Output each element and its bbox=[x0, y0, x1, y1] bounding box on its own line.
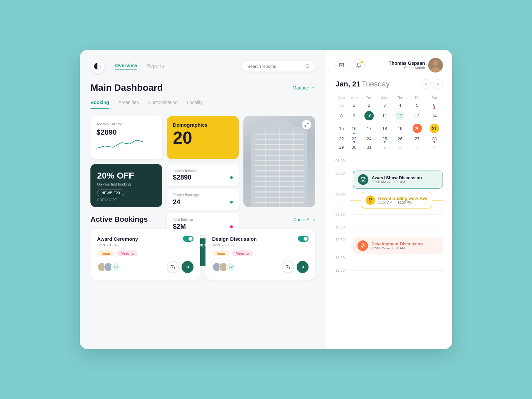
cal-day-27[interactable]: 27 bbox=[409, 135, 426, 143]
user-info: Thomas Gepsan Super Admin bbox=[389, 58, 443, 72]
edit-btn-1[interactable] bbox=[167, 261, 179, 273]
promo-subtitle: On your first booking bbox=[97, 182, 156, 186]
trophy-icon bbox=[360, 177, 366, 182]
cal-day-22[interactable]: 22 bbox=[335, 135, 347, 143]
cal-day-17[interactable]: 17 bbox=[360, 122, 378, 135]
arrow-btn-2[interactable] bbox=[297, 261, 309, 273]
nav-reports[interactable]: Reports bbox=[147, 63, 164, 70]
cal-day-14[interactable]: 14 bbox=[426, 109, 443, 122]
cal-day-2[interactable]: 2 bbox=[360, 101, 378, 109]
tab-locality[interactable]: Locality bbox=[187, 100, 202, 109]
tab-customization[interactable]: Customization bbox=[148, 100, 178, 109]
stats-grid: Today's Earning $2890 Demographics 20 bbox=[90, 116, 315, 207]
dev-event-time: 12:00 PM — 03:30 AM bbox=[371, 246, 423, 250]
cal-day-13[interactable]: 13 bbox=[409, 109, 426, 122]
booking-avatars-2: +2 bbox=[212, 262, 235, 272]
cal-day-18[interactable]: 18 bbox=[378, 122, 391, 135]
calendar-grid: Sun Mon Tue Wed Thu Fri Sat 31 1 2 3 4 5 bbox=[335, 94, 443, 151]
cal-day-9[interactable]: 9 bbox=[347, 109, 360, 122]
cal-day-25[interactable]: 25 bbox=[378, 135, 391, 143]
search-icon bbox=[305, 64, 310, 69]
cal-day-1-next[interactable]: 1 bbox=[378, 143, 391, 151]
bell-btn[interactable] bbox=[353, 59, 365, 71]
tab-amenities[interactable]: Amenities bbox=[118, 100, 139, 109]
cal-day-28[interactable]: 28 bbox=[426, 135, 443, 143]
booking-toggle-1[interactable] bbox=[183, 236, 194, 242]
time-1130: 11:30 bbox=[335, 268, 350, 272]
earning-card: Today's Earning $2890 bbox=[90, 116, 162, 159]
event-award[interactable]: Award Show Discussion 09:00 AM — 10:00 A… bbox=[353, 171, 443, 189]
booking-toggle-2[interactable] bbox=[298, 236, 309, 242]
cal-header-fri: Fri bbox=[409, 94, 426, 101]
cal-day-31-prev[interactable]: 31 bbox=[335, 101, 347, 109]
time-slot-1130: 11:30 bbox=[335, 268, 443, 280]
svg-rect-20 bbox=[339, 64, 343, 67]
nav-overview[interactable]: Overview bbox=[115, 63, 137, 70]
booking-card-1: Award Ceremony 12:30 - 15:45 Team Meetin… bbox=[90, 229, 200, 280]
cal-day-4-next[interactable]: 4 bbox=[426, 143, 443, 151]
svg-rect-17 bbox=[265, 130, 266, 207]
tab-booking[interactable]: Booking bbox=[90, 100, 109, 109]
cal-day-11[interactable]: 11 bbox=[378, 109, 391, 122]
promo-discount: 20% OFF bbox=[97, 171, 156, 181]
cal-header-sun: Sun bbox=[335, 94, 347, 101]
cal-day-24[interactable]: 24 bbox=[360, 135, 378, 143]
cal-day-21[interactable]: 21 bbox=[426, 122, 443, 135]
svg-point-1 bbox=[306, 65, 309, 67]
copy-code[interactable]: COPY CODE bbox=[97, 198, 156, 202]
edit-btn-2[interactable] bbox=[282, 261, 294, 273]
cal-day-10[interactable]: 10 bbox=[360, 109, 378, 122]
arrow-btn-1[interactable] bbox=[182, 261, 194, 273]
cal-day-6[interactable]: 6 bbox=[426, 101, 443, 109]
building-visual bbox=[243, 116, 315, 207]
cal-day-16[interactable]: 16 bbox=[347, 122, 360, 135]
cal-day-8[interactable]: 8 bbox=[335, 109, 347, 122]
search-bar[interactable] bbox=[242, 61, 315, 71]
booking-card-2: Design Discussion 16:30 - 20:00 Team Mee… bbox=[205, 229, 315, 280]
cal-day-1[interactable]: 1 bbox=[347, 101, 360, 109]
booking-time-1: 12:30 - 15:45 bbox=[97, 243, 194, 247]
cal-day-19[interactable]: 19 bbox=[391, 122, 409, 135]
cal-prev-btn[interactable]: ‹ bbox=[421, 79, 431, 89]
demo-label: Demographics bbox=[173, 122, 233, 128]
manage-button[interactable]: Manage bbox=[292, 85, 315, 90]
cal-day-15[interactable]: 15 bbox=[335, 122, 347, 135]
expand-button[interactable] bbox=[302, 120, 311, 129]
arrow-up-right-icon bbox=[185, 265, 190, 269]
event-branding[interactable]: New Branding work Ave 11:00 AM — 12:30 P… bbox=[361, 192, 433, 208]
cal-day-3-next[interactable]: 3 bbox=[409, 143, 426, 151]
branding-event-time: 11:00 AM — 12:30 PM bbox=[378, 201, 428, 204]
event-dev[interactable]: Development Discussion 12:00 PM — 03:30 … bbox=[353, 237, 443, 254]
time-slot-900: 09:00 New Branding work Ave 11:00 AM — 1… bbox=[335, 189, 443, 211]
search-input[interactable] bbox=[247, 64, 303, 69]
cal-day-12[interactable]: 12 bbox=[391, 109, 409, 122]
cal-header-wed: Wed bbox=[378, 94, 391, 101]
cal-day-29[interactable]: 29 bbox=[335, 143, 347, 151]
cal-next-btn[interactable]: › bbox=[433, 79, 443, 89]
svg-rect-19 bbox=[293, 130, 294, 207]
timeline: 08:00 08:30 Award Show Discussion 09:00 … bbox=[335, 158, 443, 280]
notif-dot bbox=[361, 61, 363, 63]
cal-day-3[interactable]: 3 bbox=[378, 101, 391, 109]
cal-day-31[interactable]: 31 bbox=[360, 143, 378, 151]
cal-day-2-next[interactable]: 2 bbox=[391, 143, 409, 151]
bell-icon bbox=[356, 63, 361, 68]
dashboard-header: Main Dashboard Manage bbox=[90, 82, 315, 93]
promo-card: 20% OFF On your first booking NEWBIE20 C… bbox=[90, 164, 162, 207]
cal-date: Jan, 21 bbox=[335, 80, 360, 88]
mini-bookings-card: Today's Bookings 24 bbox=[167, 189, 239, 210]
cal-day-23[interactable]: 23 bbox=[347, 135, 360, 143]
cal-day-30[interactable]: 30 bbox=[347, 143, 360, 151]
booking-footer-2: +2 bbox=[212, 261, 309, 273]
cal-day-4[interactable]: 4 bbox=[391, 101, 409, 109]
mail-btn[interactable] bbox=[335, 59, 347, 71]
left-panel: Overview Reports Main Dashboard Manage B… bbox=[80, 50, 326, 349]
cal-day-20[interactable]: 20 bbox=[409, 122, 426, 135]
cal-day-26[interactable]: 26 bbox=[391, 135, 409, 143]
branding-event-title: New Branding work Ave bbox=[378, 196, 428, 201]
check-all-btn[interactable]: Check All > bbox=[294, 217, 315, 222]
cal-day-5[interactable]: 5 bbox=[409, 101, 426, 109]
branding-icon-circle bbox=[366, 196, 375, 205]
user-avatar bbox=[428, 58, 443, 72]
tag-meeting-2: Meeting bbox=[232, 250, 253, 256]
